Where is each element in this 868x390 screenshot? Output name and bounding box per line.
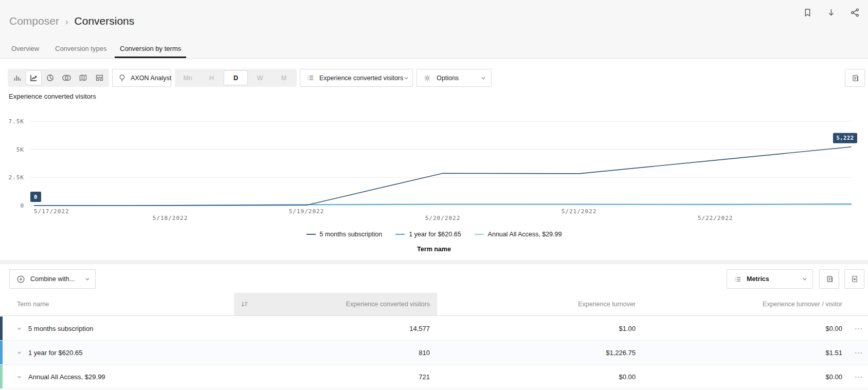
column-header-label: Experience converted visitors <box>346 301 430 308</box>
series-line[interactable] <box>34 147 852 206</box>
tab-conversion-types[interactable]: Conversion types <box>55 45 106 58</box>
row-accent-bar <box>0 317 3 340</box>
granularity-m[interactable]: M <box>273 70 295 85</box>
sort-descending-icon[interactable] <box>241 301 248 308</box>
venn-icon[interactable] <box>59 70 75 85</box>
x-axis-tick: 5/22/2022 <box>698 215 733 221</box>
expand-chevron-icon[interactable] <box>16 350 22 356</box>
row-menu-icon[interactable]: ⋯ <box>849 341 868 364</box>
table-row[interactable]: 1 year for $620.65810$1,226.75$1.51⋯ <box>0 341 868 365</box>
term-name[interactable]: 5 months subscription <box>28 325 93 332</box>
value-badge-text: 5,222 <box>836 135 854 141</box>
metrics-label: Metrics <box>747 275 769 283</box>
y-axis-tick: 0 <box>20 202 24 209</box>
combine-with-button[interactable]: Combine with... <box>9 269 96 289</box>
x-axis-tick: 5/21/2022 <box>562 208 597 215</box>
breadcrumb: Composer › Conversions <box>9 15 134 27</box>
expand-chevron-icon[interactable] <box>16 326 22 331</box>
legend-item[interactable]: Annual All Access, $29.99 <box>475 231 562 238</box>
chevron-down-icon <box>403 75 409 81</box>
column-header-experience-turnover[interactable]: Experience turnover <box>437 293 643 315</box>
metric-value-cell: 721 <box>234 365 437 388</box>
bookmark-icon[interactable] <box>801 6 813 18</box>
row-accent-bar <box>0 341 3 364</box>
section-divider <box>0 260 868 264</box>
tab-overview[interactable]: Overview <box>11 45 39 58</box>
row-menu-icon[interactable]: ⋯ <box>849 365 868 388</box>
breadcrumb-parent[interactable]: Composer <box>9 15 59 27</box>
page-header: Composer › Conversions Overview Conversi… <box>0 0 868 59</box>
column-header-experience-converted-visitors[interactable]: Experience converted visitors <box>234 293 437 315</box>
axon-analyst-label: AXON Analyst <box>131 75 171 82</box>
share-icon[interactable] <box>848 6 861 18</box>
header-actions <box>801 6 861 18</box>
granularity-switcher: Mn H D W M <box>175 69 297 87</box>
table-row[interactable]: 5 months subscription14,577$1.00$0.00⋯ <box>0 317 868 341</box>
expand-chevron-icon[interactable] <box>16 374 22 380</box>
metric-selector-dropdown[interactable]: Experience converted visitors <box>300 69 413 87</box>
term-name[interactable]: Annual All Access, $29.99 <box>28 373 105 381</box>
column-header-experience-turnover-visitor[interactable]: Experience turnover / visitor <box>643 293 849 315</box>
metric-value-cell: $1.00 <box>437 317 643 340</box>
chart-x-axis-title: Term name <box>0 246 868 253</box>
download-icon[interactable] <box>825 6 837 18</box>
journal-icon <box>851 74 859 82</box>
x-axis-tick: 5/20/2022 <box>425 215 461 221</box>
options-dropdown[interactable]: Options <box>417 69 492 87</box>
row-accent-bar <box>0 365 3 388</box>
granularity-d[interactable]: D <box>224 70 247 85</box>
x-axis-tick: 5/19/2022 <box>289 208 324 215</box>
export-button[interactable] <box>844 269 864 289</box>
term-name[interactable]: 1 year for $620.65 <box>28 349 83 357</box>
metric-selector-label: Experience converted visitors <box>319 75 403 82</box>
list-icon <box>734 275 742 283</box>
y-axis-tick: 7.5K <box>9 118 25 125</box>
list-icon <box>306 74 314 82</box>
granularity-h[interactable]: H <box>200 70 223 85</box>
chevron-down-icon <box>480 75 486 81</box>
term-cell: 5 months subscription <box>0 317 234 340</box>
combine-with-label: Combine with... <box>30 275 75 283</box>
granularity-mn[interactable]: Mn <box>176 70 199 85</box>
options-label: Options <box>437 75 459 82</box>
chart-title: Experience converted visitors <box>9 92 96 100</box>
column-header-actions <box>849 293 868 315</box>
map-icon[interactable] <box>75 70 91 85</box>
legend-swatch-icon <box>475 234 484 235</box>
pie-chart-icon[interactable] <box>42 70 58 85</box>
x-axis-tick: 5/17/2022 <box>34 208 69 215</box>
table-row[interactable]: Annual All Access, $29.99721$0.00$0.00⋯ <box>0 365 868 389</box>
legend-swatch-icon <box>306 234 316 235</box>
plus-circle-icon <box>16 275 25 284</box>
table-report-button[interactable] <box>819 269 839 289</box>
column-header-term-name[interactable]: Term name <box>0 293 234 315</box>
gear-icon <box>423 74 431 82</box>
analytics-app: Composer › Conversions Overview Conversi… <box>0 0 868 390</box>
axon-analyst-button[interactable]: AXON Analyst <box>112 69 171 87</box>
conversions-line-chart[interactable]: 7.5K5K2.5K05/17/20225/18/20225/19/20225/… <box>0 103 868 229</box>
chart-type-switcher <box>8 69 109 87</box>
journal-icon <box>825 275 834 283</box>
line-chart-icon[interactable] <box>26 70 42 85</box>
report-button[interactable] <box>845 69 865 87</box>
chevron-down-icon <box>84 276 91 282</box>
granularity-w[interactable]: W <box>249 70 272 85</box>
legend-item[interactable]: 1 year for $620.65 <box>395 231 461 238</box>
layout-icon[interactable] <box>92 70 107 85</box>
legend-label: 5 months subscription <box>320 231 383 238</box>
legend-item[interactable]: 5 months subscription <box>306 231 383 238</box>
tab-conversion-by-terms[interactable]: Conversion by terms <box>115 45 186 58</box>
metric-value-cell: $0.00 <box>643 365 849 388</box>
y-axis-tick: 5K <box>16 146 24 153</box>
x-axis-tick: 5/18/2022 <box>153 215 188 221</box>
legend-label: Annual All Access, $29.99 <box>488 231 562 238</box>
row-menu-icon[interactable]: ⋯ <box>849 317 868 340</box>
metric-value-cell: $1,226.75 <box>437 341 643 364</box>
bar-chart-icon[interactable] <box>9 70 25 85</box>
term-cell: Annual All Access, $29.99 <box>0 365 234 388</box>
metric-value-cell: 14,577 <box>234 317 437 340</box>
metric-value-cell: $0.00 <box>643 317 849 340</box>
metrics-dropdown[interactable]: Metrics <box>727 269 813 289</box>
table-body: 5 months subscription14,577$1.00$0.00⋯1 … <box>0 317 868 389</box>
metric-value-cell: 810 <box>234 341 437 364</box>
